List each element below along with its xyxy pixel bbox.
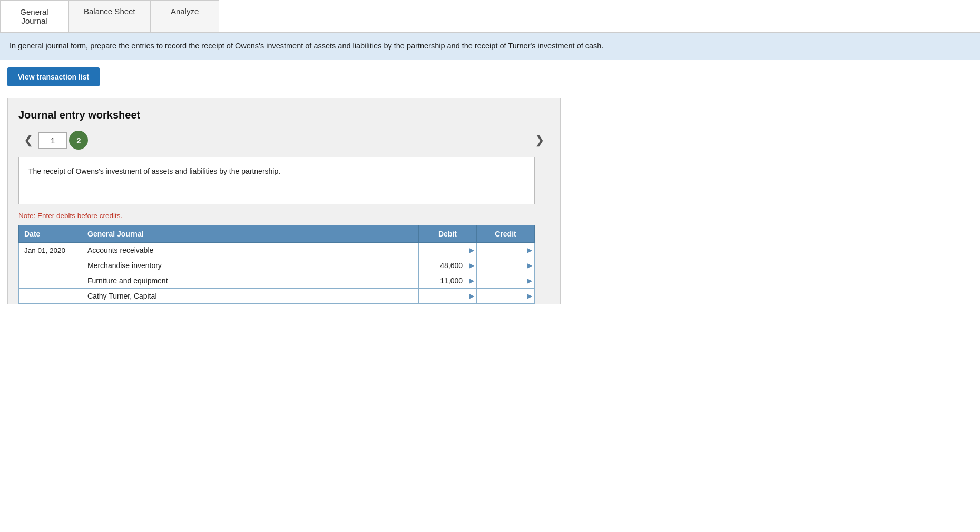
cell-credit[interactable]: ▶ [477, 289, 535, 304]
view-transaction-button[interactable]: View transaction list [7, 67, 100, 86]
header-credit: Credit [477, 225, 535, 243]
journal-table: Date General Journal Debit Credit Jan 01… [18, 225, 535, 304]
cell-debit[interactable]: 48,600▶ [419, 258, 477, 273]
worksheet-container: Journal entry worksheet ❮ 1 2 ❯ The rece… [7, 98, 561, 304]
header-date: Date [19, 225, 82, 243]
entry-navigation: ❮ 1 2 ❯ [18, 131, 550, 150]
cell-debit[interactable]: ▶ [419, 289, 477, 304]
entry-tab-2[interactable]: 2 [69, 131, 88, 150]
cell-date [19, 273, 82, 289]
prev-entry-arrow[interactable]: ❮ [18, 131, 38, 149]
instruction-banner: In general journal form, prepare the ent… [0, 33, 980, 60]
entry-note: Note: Enter debits before credits. [18, 212, 550, 220]
cell-credit[interactable]: ▶ [477, 243, 535, 258]
table-row: Furniture and equipment11,000▶▶ [19, 273, 535, 289]
tabs-bar: General Journal Balance Sheet Analyze [0, 0, 980, 33]
cell-account[interactable]: Accounts receivable [82, 243, 419, 258]
entry-description: The receipt of Owens's investment of ass… [18, 157, 535, 204]
cell-date [19, 258, 82, 273]
worksheet-title: Journal entry worksheet [18, 109, 550, 121]
cell-account[interactable]: Cathy Turner, Capital [82, 289, 419, 304]
next-entry-arrow[interactable]: ❯ [530, 131, 550, 149]
header-debit: Debit [419, 225, 477, 243]
cell-account[interactable]: Merchandise inventory [82, 258, 419, 273]
table-row: Merchandise inventory48,600▶▶ [19, 258, 535, 273]
cell-account[interactable]: Furniture and equipment [82, 273, 419, 289]
cell-credit[interactable]: ▶ [477, 258, 535, 273]
cell-debit[interactable]: 11,000▶ [419, 273, 477, 289]
header-general-journal: General Journal [82, 225, 419, 243]
tab-analyze[interactable]: Analyze [151, 0, 219, 32]
cell-date: Jan 01, 2020 [19, 243, 82, 258]
cell-debit[interactable]: ▶ [419, 243, 477, 258]
table-row: Jan 01, 2020Accounts receivable▶▶ [19, 243, 535, 258]
cell-credit[interactable]: ▶ [477, 273, 535, 289]
tab-general-journal[interactable]: General Journal [0, 0, 68, 32]
tab-balance-sheet[interactable]: Balance Sheet [68, 0, 151, 32]
cell-date [19, 289, 82, 304]
entry-tab-1[interactable]: 1 [38, 132, 67, 149]
table-row: Cathy Turner, Capital▶▶ [19, 289, 535, 304]
